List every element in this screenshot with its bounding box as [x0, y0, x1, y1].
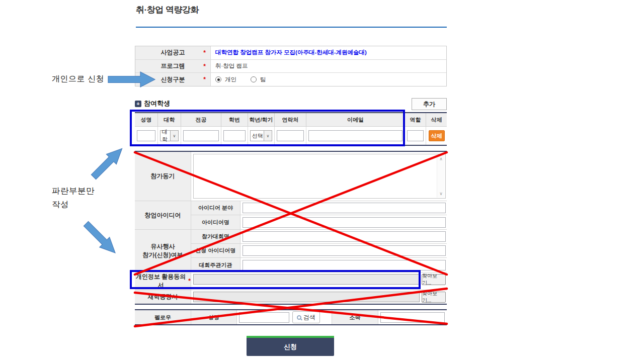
fellow-name-cell: 검색 [237, 310, 332, 324]
fellow-table: 펠로우 성명 검색 소속 [135, 309, 447, 325]
enrollment-file-field[interactable] [193, 292, 420, 302]
contest-host-cell [240, 258, 447, 272]
arrow-down-right-icon [81, 219, 120, 258]
search-icon [297, 315, 301, 320]
student-id-input[interactable] [223, 130, 246, 141]
idea-field-input[interactable] [243, 203, 446, 213]
column-header-student-id: 학번 [221, 113, 248, 126]
student-name-input[interactable] [137, 130, 155, 141]
major-input[interactable] [183, 130, 219, 141]
idea-name-label: 아이디어명 [191, 215, 240, 229]
individual-apply-note: 개인으로 신청 [52, 74, 104, 84]
fellow-name-input[interactable] [239, 312, 289, 323]
delete-row-button[interactable]: 삭제 [429, 130, 445, 141]
apply-type-value-cell: 개인 팀 [211, 73, 446, 86]
idea-name-row: 아이디어명 [191, 215, 447, 229]
required-asterisk: * [203, 49, 206, 56]
privacy-file-field[interactable] [193, 274, 420, 285]
idea-sub-rows: 아이디어 분야 아이디어명 [191, 201, 447, 229]
textarea-scrollbar[interactable]: ∧ ∨ [437, 155, 445, 198]
contact-cell [275, 127, 306, 145]
applied-idea-name-input[interactable] [243, 245, 446, 256]
column-header-name: 성명 [135, 113, 158, 126]
application-info-table: 사업공고 * 대학연합 창업캠프 참가자 모집(아주대-한세대-계원예술대) 프… [135, 46, 447, 86]
column-header-major: 전공 [181, 113, 221, 126]
motivation-label: 참가동기 [135, 152, 191, 201]
browse-button-enrollment[interactable]: 찾아보기... [422, 292, 446, 303]
motivation-row: 참가동기 ∧ ∨ [135, 152, 447, 201]
column-header-university: 대학 [158, 113, 181, 126]
applied-idea-name-label: 신청 아이디어명 [191, 244, 240, 257]
program-value-cell: 취·창업 캠프 [211, 60, 446, 73]
role-input[interactable] [407, 130, 424, 141]
university-select-value: 대학 [160, 131, 170, 141]
student-row: 대학 ∨ 선택 ∨ 삭제 [135, 127, 447, 145]
contest-host-row: 대회주관기관 [191, 258, 447, 272]
apply-type-label: 신청구분 [161, 75, 185, 84]
grade-semester-select[interactable]: 선택 ∨ [250, 130, 272, 141]
fellow-affiliation-label: 소속 [332, 310, 378, 324]
fellow-label: 펠로우 [135, 310, 191, 324]
contact-input[interactable] [277, 130, 304, 141]
fellow-search-button[interactable]: 검색 [292, 311, 320, 323]
table-row: 사업공고 * 대학연합 창업캠프 참가자 모집(아주대-한세대-계원예술대) [135, 46, 446, 60]
email-cell [306, 127, 405, 145]
contest-host-input[interactable] [243, 260, 446, 270]
submit-button[interactable]: 신청 [247, 336, 334, 356]
contest-name-cell [240, 230, 447, 243]
privacy-consent-row: 개인정보 활용동의서 * 찾아보기... [135, 273, 447, 290]
idea-label: 창업아이디어 [135, 201, 191, 229]
add-student-button[interactable]: 추가 [412, 98, 447, 110]
contest-name-input[interactable] [243, 231, 446, 242]
name-cell [135, 127, 158, 145]
idea-name-input[interactable] [243, 217, 446, 228]
blue-section-note-line1: 파란부분만 [52, 184, 95, 198]
students-table: 성명 대학 전공 학번 학년/학기 연락처 이메일 역할 삭제 대학 ∨ 선택 [135, 112, 447, 146]
idea-field-label: 아이디어 분야 [191, 201, 240, 215]
grade-semester-cell: 선택 ∨ [248, 127, 275, 145]
similar-event-label-line1: 유사행사 [151, 242, 175, 251]
arrow-up-right-icon [89, 144, 127, 182]
scroll-down-icon[interactable]: ∨ [439, 191, 443, 196]
enrollment-cert-row: 재학증명서 찾아보기... [135, 290, 447, 304]
column-header-email: 이메일 [306, 113, 405, 126]
applied-idea-name-row: 신청 아이디어명 [191, 244, 447, 258]
motivation-cell: ∧ ∨ [191, 152, 447, 201]
program-value: 취·창업 캠프 [215, 62, 248, 70]
title-underline [136, 27, 447, 28]
enrollment-cert-cell: 찾아보기... [191, 290, 447, 304]
radio-team-label: 팀 [260, 76, 266, 83]
motivation-textarea[interactable]: ∧ ∨ [193, 154, 446, 199]
enrollment-cert-label: 재학증명서 [135, 290, 191, 304]
scroll-up-icon[interactable]: ∧ [439, 156, 443, 161]
email-input[interactable] [308, 130, 403, 141]
radio-team[interactable] [251, 76, 257, 82]
required-asterisk: * [188, 277, 191, 286]
plus-icon: + [135, 101, 141, 107]
privacy-consent-label: 개인정보 활용동의서 [135, 273, 187, 290]
role-cell [405, 127, 426, 145]
blue-section-note-line2: 작성 [52, 198, 95, 211]
browse-button-privacy[interactable]: 찾아보기... [422, 274, 446, 285]
idea-field-cell [240, 201, 447, 215]
contest-name-label: 참가대회명 [191, 230, 240, 243]
idea-field-row: 아이디어 분야 [191, 201, 447, 215]
radio-individual-label: 개인 [225, 76, 236, 83]
notice-value-cell: 대학연합 창업캠프 참가자 모집(아주대-한세대-계원예술대) [211, 46, 446, 59]
fellow-search-button-label: 검색 [303, 313, 315, 322]
grade-semester-select-value: 선택 [251, 131, 264, 141]
notice-label: 사업공고 [161, 48, 185, 57]
students-section-header: + 참여학생 [135, 99, 170, 108]
major-cell [181, 127, 221, 145]
radio-individual[interactable] [215, 76, 221, 82]
blue-section-note: 파란부분만 작성 [52, 184, 95, 211]
delete-cell: 삭제 [426, 127, 447, 145]
table-row: 프로그램 * 취·창업 캠프 [135, 60, 446, 73]
university-select[interactable]: 대학 ∨ [160, 130, 179, 141]
fellow-affiliation-input[interactable] [380, 312, 445, 323]
column-header-grade-semester: 학년/학기 [248, 113, 275, 126]
students-table-header: 성명 대학 전공 학번 학년/학기 연락처 이메일 역할 삭제 [135, 113, 447, 127]
similar-event-row: 유사행사 참가(신청)여부 참가대회명 신청 아이디어명 대회주관기관 [135, 230, 447, 273]
fellow-affiliation-cell [378, 310, 447, 324]
students-section-title: 참여학생 [144, 99, 170, 108]
